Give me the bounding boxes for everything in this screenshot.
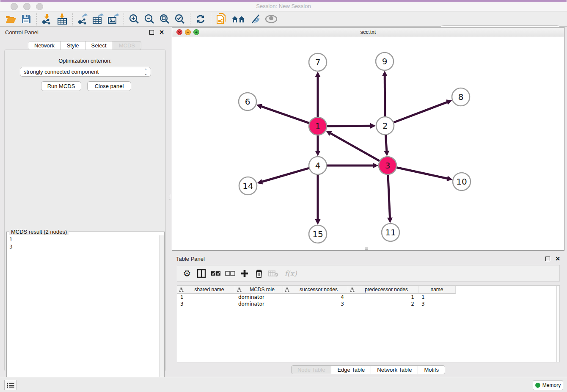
graphics-details-button[interactable]: [250, 13, 262, 25]
network-from-file-button[interactable]: [215, 13, 228, 25]
run-mcds-button[interactable]: Run MCDS: [41, 81, 81, 91]
task-history-button[interactable]: [4, 380, 17, 390]
result-scrollbar[interactable]: [159, 235, 164, 391]
column-header-predecessor-nodes[interactable]: predecessor nodes: [348, 286, 418, 294]
edge-3-1[interactable]: [330, 133, 381, 162]
cell-predecessor-nodes[interactable]: 1: [348, 294, 418, 301]
gear-icon: ⚙: [183, 268, 191, 279]
open-folder-icon: [6, 14, 17, 24]
export-table-icon: [92, 14, 104, 25]
table-tab-network-table[interactable]: Network Table: [371, 365, 418, 374]
minimize-view-button[interactable]: −: [185, 29, 191, 35]
edge-3-11[interactable]: [388, 174, 390, 218]
tab-mcds[interactable]: MCDS: [113, 41, 141, 50]
close-view-button[interactable]: ✕: [176, 29, 182, 35]
checked-boxes-icon: [211, 271, 221, 276]
edge-3-10[interactable]: [396, 167, 448, 179]
cell-shared-name[interactable]: 1: [177, 294, 235, 301]
zoom-in-button[interactable]: [128, 13, 140, 25]
network-view-title: scc.txt: [172, 28, 564, 37]
column-header-successor-nodes[interactable]: successor nodes: [283, 286, 348, 294]
memory-button[interactable]: Memory: [533, 380, 563, 390]
edge-2-9[interactable]: [385, 76, 385, 118]
table-settings-button[interactable]: ⚙: [181, 267, 193, 280]
column-label: successor nodes: [289, 287, 348, 293]
float-panel-icon[interactable]: [149, 30, 154, 35]
arrowhead-icon: [384, 151, 389, 156]
cell-MCDS-role[interactable]: dominator: [235, 301, 283, 307]
float-table-panel-icon[interactable]: [545, 257, 550, 261]
column-header-MCDS-role[interactable]: MCDS role: [235, 286, 283, 294]
zoom-selected-button[interactable]: [173, 13, 186, 25]
network-canvas[interactable]: 7968124314101511: [172, 38, 564, 250]
table-tab-edge-table[interactable]: Edge Table: [331, 365, 371, 374]
edge-4-14[interactable]: [262, 168, 310, 182]
mcds-result-text[interactable]: 1 3: [8, 236, 13, 251]
edge-1-2[interactable]: [326, 126, 371, 126]
maximize-view-button[interactable]: +: [193, 29, 199, 35]
edge-2-8[interactable]: [393, 102, 447, 123]
zoom-window-button[interactable]: [36, 3, 43, 10]
control-panel: Control Panel ✕ NetworkStyleSelectMCDS O…: [1, 27, 168, 377]
plus-icon: [240, 269, 249, 278]
cell-shared-name[interactable]: 3: [177, 301, 235, 307]
network-window-titlebar: ✕ − + scc.txt: [172, 28, 564, 37]
table-tab-motifs[interactable]: Motifs: [418, 365, 445, 374]
toolbar-separator: [36, 13, 37, 25]
minimize-window-button[interactable]: [23, 3, 30, 10]
hierarchy-icon: [179, 287, 184, 292]
select-all-button[interactable]: [209, 267, 222, 280]
tab-style[interactable]: Style: [61, 41, 85, 50]
cell-name[interactable]: 1: [418, 294, 456, 301]
table-row[interactable]: 3dominator323: [177, 301, 559, 307]
cell-name[interactable]: 3: [418, 301, 456, 307]
export-image-button[interactable]: [107, 13, 120, 25]
delete-column-button[interactable]: [253, 267, 265, 280]
canvas-scrollbar-thumb[interactable]: [365, 247, 368, 250]
neighbors-button[interactable]: [230, 13, 247, 25]
cell-successor-nodes[interactable]: 4: [283, 294, 348, 301]
node-label-15: 15: [312, 229, 323, 239]
export-network-button[interactable]: [77, 13, 89, 25]
column-header-shared-name[interactable]: shared name: [177, 286, 235, 294]
edge-1-6[interactable]: [261, 106, 310, 124]
tab-select[interactable]: Select: [85, 41, 113, 50]
trash-icon: [255, 269, 263, 278]
column-visibility-button[interactable]: [195, 267, 208, 280]
deselect-all-button[interactable]: [224, 267, 237, 280]
refresh-view-button[interactable]: [194, 13, 207, 25]
arrowhead-icon: [257, 179, 263, 184]
import-network-button[interactable]: [41, 13, 53, 25]
close-window-button[interactable]: [11, 3, 18, 10]
save-floppy-icon: [22, 14, 31, 24]
edge-2-3[interactable]: [385, 134, 387, 151]
cell-successor-nodes[interactable]: 3: [283, 301, 348, 307]
table-row[interactable]: 1dominator411: [177, 294, 559, 301]
control-panel-title: Control Panel: [5, 29, 149, 36]
unchecked-boxes-icon: [225, 271, 235, 276]
save-session-button[interactable]: [20, 13, 33, 25]
status-bar: Memory: [0, 377, 567, 392]
panel-splitter[interactable]: [168, 27, 172, 377]
show-hide-button[interactable]: [265, 13, 278, 25]
node-table[interactable]: shared nameMCDS rolesuccessor nodesprede…: [177, 285, 560, 362]
arrowhead-icon: [446, 176, 452, 181]
close-panel-icon[interactable]: ✕: [159, 30, 164, 35]
table-tab-node-table[interactable]: Node Table: [291, 365, 332, 374]
mcds-result-groupbox: MCDS result (2 nodes) 1 3: [6, 232, 165, 392]
close-table-panel-icon[interactable]: ✕: [555, 257, 560, 261]
close-panel-button[interactable]: Close panel: [87, 81, 131, 91]
table-scrollbar[interactable]: [556, 286, 559, 362]
zoom-fit-button[interactable]: [158, 13, 171, 25]
export-table-button[interactable]: [92, 13, 105, 25]
import-table-button[interactable]: [56, 13, 69, 25]
cell-predecessor-nodes[interactable]: 2: [348, 301, 418, 307]
zoom-out-button[interactable]: [143, 13, 156, 25]
column-header-name[interactable]: name: [418, 286, 456, 294]
zoom-out-icon: [144, 14, 155, 25]
open-session-button[interactable]: [5, 13, 17, 25]
tab-network[interactable]: Network: [28, 41, 61, 50]
add-column-button[interactable]: [238, 267, 251, 280]
cell-MCDS-role[interactable]: dominator: [235, 294, 283, 301]
criterion-dropdown[interactable]: strongly connected component ⌃⌄: [20, 67, 151, 77]
